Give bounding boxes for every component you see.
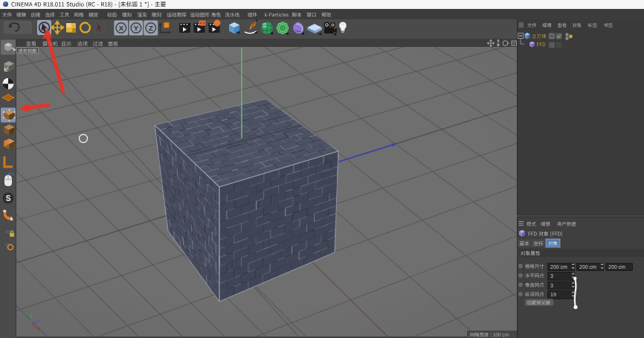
svg-text:X: X: [119, 24, 124, 32]
svg-text:Y: Y: [134, 24, 139, 32]
svg-text:Z: Z: [149, 24, 153, 32]
svg-text:S: S: [6, 194, 11, 203]
